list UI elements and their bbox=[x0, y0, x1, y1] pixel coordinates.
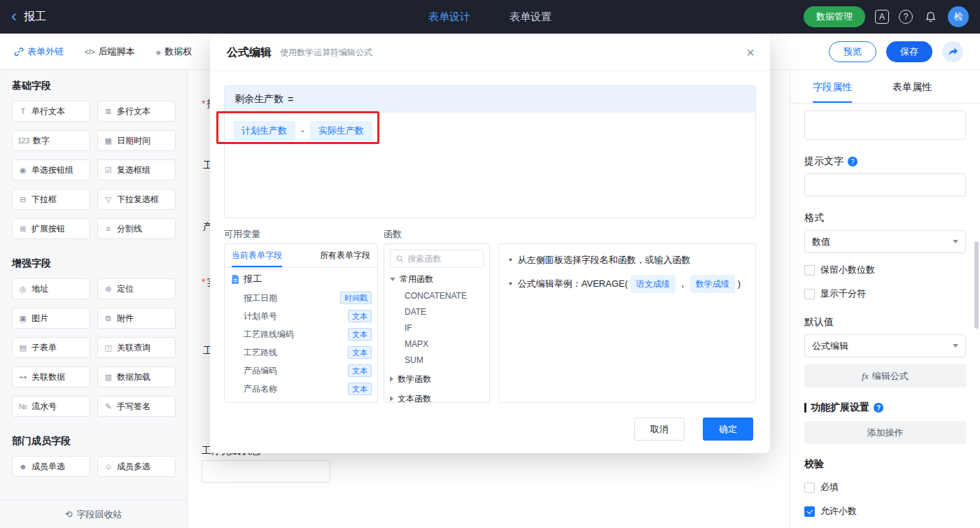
variable-row[interactable]: 计划单号文本 bbox=[225, 307, 377, 325]
field-item-multi-select[interactable]: ▽下拉复选框 bbox=[97, 189, 176, 210]
calendar-icon: ▦ bbox=[103, 136, 113, 145]
cancel-button[interactable]: 取消 bbox=[634, 418, 685, 441]
field-label: 定位 bbox=[117, 283, 134, 295]
help-badge-icon[interactable]: ? bbox=[848, 157, 858, 166]
function-group-text[interactable]: 文本函数 bbox=[390, 390, 484, 403]
field-label: 图片 bbox=[31, 313, 48, 324]
document-icon bbox=[232, 275, 239, 284]
default-value-select[interactable]: 公式编辑 bbox=[804, 334, 966, 357]
chevron-down-icon bbox=[390, 278, 396, 281]
default-value-label: 默认值 bbox=[804, 316, 966, 329]
field-item-number[interactable]: 123数字 bbox=[12, 130, 90, 151]
section-title: 基础字段 bbox=[12, 80, 175, 92]
field-item-radio-group[interactable]: ◉单选按钮组 bbox=[12, 159, 90, 180]
field-item-image[interactable]: ▣图片 bbox=[12, 308, 90, 329]
field-title-input[interactable] bbox=[804, 110, 966, 140]
function-group-math[interactable]: 数学函数 bbox=[390, 371, 484, 387]
variables-root-node[interactable]: 报工 bbox=[225, 269, 377, 289]
thousand-separator-checkbox[interactable] bbox=[804, 289, 815, 299]
form-external-link-button[interactable]: 表单外链 bbox=[14, 45, 64, 58]
checkbox-icon: ☑ bbox=[103, 166, 113, 175]
preview-button[interactable]: 预览 bbox=[829, 41, 876, 62]
allow-decimal-checkbox[interactable] bbox=[804, 506, 815, 517]
field-item-address[interactable]: ◎地址 bbox=[12, 278, 90, 299]
backend-script-button[interactable]: </> 后端脚本 bbox=[85, 45, 134, 58]
field-label: 数据加载 bbox=[117, 371, 150, 383]
required-checkbox-row[interactable]: 必填 bbox=[804, 480, 966, 494]
avatar[interactable]: 检 bbox=[948, 6, 969, 27]
field-item-attachment[interactable]: ⧉附件 bbox=[97, 308, 176, 329]
formula-operand-chip[interactable]: 实际生产数 bbox=[310, 121, 372, 141]
field-item-datetime[interactable]: ▦日期时间 bbox=[97, 130, 176, 151]
keep-decimal-checkbox[interactable] bbox=[804, 265, 815, 276]
properties-content: 提示文字 ? 格式 数值 保留小数位数 显示千分符 默认值 bbox=[790, 104, 980, 528]
function-item[interactable]: SUM bbox=[390, 352, 484, 368]
field-recycle-bin[interactable]: ⟲ 字段回收站 bbox=[0, 500, 187, 528]
formula-expression[interactable]: 计划生产数 - 实际生产数 bbox=[225, 113, 755, 149]
back-icon[interactable]: ‹ bbox=[11, 8, 17, 24]
hint-text-input[interactable] bbox=[804, 173, 966, 197]
thousand-separator-checkbox-row[interactable]: 显示千分符 bbox=[804, 287, 966, 301]
tab-form-design[interactable]: 表单设计 bbox=[428, 10, 470, 24]
format-select[interactable]: 数值 bbox=[804, 230, 966, 253]
help-icon[interactable]: ? bbox=[899, 10, 913, 24]
tab-form-settings[interactable]: 表单设置 bbox=[510, 10, 552, 24]
single-line-text-icon: T bbox=[18, 107, 28, 115]
edit-formula-button[interactable]: fx 编辑公式 bbox=[804, 364, 966, 387]
function-search[interactable] bbox=[390, 250, 484, 268]
share-button[interactable] bbox=[942, 41, 963, 62]
field-item-select[interactable]: ⊟下拉框 bbox=[12, 189, 90, 210]
variable-type-tag: 文本 bbox=[348, 383, 372, 395]
variable-row[interactable]: 报工日期时间戳 bbox=[225, 289, 377, 307]
add-action-button[interactable]: 添加操作 bbox=[804, 421, 966, 444]
data-manage-button[interactable]: 数据管理 bbox=[804, 6, 865, 27]
formula-operand-chip[interactable]: 计划生产数 bbox=[233, 121, 295, 141]
formula-editor[interactable]: 剩余生产数 = 计划生产数 - 实际生产数 bbox=[224, 85, 756, 218]
variable-row[interactable]: 工艺路线编码文本 bbox=[225, 325, 377, 343]
select-icon: ⊟ bbox=[18, 195, 28, 204]
field-item-checkbox-group[interactable]: ☑复选框组 bbox=[97, 159, 176, 180]
language-icon[interactable]: A bbox=[875, 10, 889, 24]
bell-icon[interactable] bbox=[923, 9, 938, 24]
field-item-single-line-text[interactable]: T单行文本 bbox=[12, 101, 90, 122]
field-item-data-load[interactable]: ▥数据加载 bbox=[97, 366, 176, 387]
required-checkbox[interactable] bbox=[804, 483, 815, 493]
section-member-fields: 部门成员字段 ☻成员单选 ☺成员多选 bbox=[0, 435, 187, 477]
toolbar-actions: 预览 保存 bbox=[829, 41, 963, 62]
tab-form-properties[interactable]: 表单属性 bbox=[892, 81, 932, 103]
variable-row[interactable]: 产品名称文本 bbox=[225, 380, 377, 398]
field-item-signature[interactable]: ✎手写签名 bbox=[97, 396, 176, 417]
tab-current-form-fields[interactable]: 当前表单字段 bbox=[232, 244, 282, 267]
keep-decimal-checkbox-row[interactable]: 保留小数位数 bbox=[804, 263, 966, 277]
data-permission-button[interactable]: ◈ 数据权 bbox=[155, 45, 192, 58]
field-item-sub-form[interactable]: ▤子表单 bbox=[12, 337, 90, 358]
function-item[interactable]: DATE bbox=[390, 304, 484, 320]
field-item-related-data[interactable]: ⊶关联数据 bbox=[12, 366, 90, 387]
field-item-serial-number[interactable]: №流水号 bbox=[12, 396, 90, 417]
multi-select-icon: ▽ bbox=[103, 195, 113, 204]
variable-row[interactable]: 工艺路线文本 bbox=[225, 343, 377, 362]
variable-row[interactable]: 产品编码文本 bbox=[225, 362, 377, 380]
scrollbar-thumb[interactable] bbox=[974, 241, 979, 329]
variables-root-label: 报工 bbox=[244, 273, 262, 285]
close-icon[interactable]: × bbox=[746, 45, 755, 59]
field-item-member-single[interactable]: ☻成员单选 bbox=[12, 456, 90, 477]
field-item-related-query[interactable]: ◫关联查询 bbox=[97, 337, 176, 358]
field-item-member-multi[interactable]: ☺成员多选 bbox=[97, 456, 176, 477]
process-status-input[interactable] bbox=[202, 460, 330, 483]
function-group-common[interactable]: 常用函数 bbox=[390, 271, 484, 287]
tab-all-form-fields[interactable]: 所有表单字段 bbox=[320, 244, 370, 267]
tab-field-properties[interactable]: 字段属性 bbox=[813, 81, 852, 103]
help-badge-icon[interactable]: ? bbox=[874, 403, 883, 413]
field-item-extend-button[interactable]: ⊞扩展按钮 bbox=[12, 218, 90, 239]
function-search-input[interactable] bbox=[407, 254, 477, 264]
field-item-divider[interactable]: ≡分割线 bbox=[97, 218, 176, 239]
allow-decimal-checkbox-row[interactable]: 允许小数 bbox=[804, 504, 966, 518]
confirm-button[interactable]: 确定 bbox=[703, 418, 753, 441]
function-item[interactable]: IF bbox=[390, 320, 484, 336]
save-button[interactable]: 保存 bbox=[886, 41, 932, 62]
function-item[interactable]: MAPX bbox=[390, 336, 484, 352]
field-item-location[interactable]: ⊕定位 bbox=[97, 278, 176, 299]
function-item[interactable]: CONCATENATE bbox=[390, 287, 484, 304]
field-item-multi-line-text[interactable]: ≣多行文本 bbox=[97, 101, 176, 122]
